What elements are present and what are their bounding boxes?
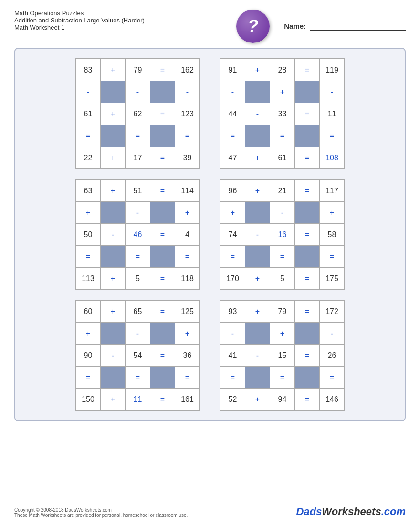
footer: Copyright © 2008-2018 DadsWorksheets.com… [14,505,406,518]
cell: = [150,59,175,81]
table-row: + - + [76,323,200,345]
cell: = [76,246,101,268]
table-row: 41 - 15 = 26 [220,345,345,367]
cell: - [270,202,295,224]
cell-gray [101,202,126,224]
cell: 90 [76,345,101,367]
cell: 16 [270,224,295,246]
cell-gray [295,81,320,103]
cell-gray [150,246,175,268]
cell: = [295,147,320,169]
cell: 54 [126,345,150,367]
table-row: 83 + 79 = 162 [76,59,200,81]
cell: 58 [320,224,345,246]
cell: 36 [175,345,200,367]
cell: - [126,202,150,224]
cell: + [245,59,270,81]
cell: - [245,103,270,125]
header-right: ? Name: [236,10,406,43]
cell: = [126,125,150,147]
cell: = [270,125,295,147]
cell: 125 [175,301,200,323]
cell: - [175,81,200,103]
cell: = [76,125,101,147]
name-underline [310,22,406,31]
cell: 44 [220,103,245,125]
cell: = [150,147,175,169]
puzzles-row-2: 63 + 51 = 114 + - + 50 [30,179,390,290]
cell: 146 [320,388,345,410]
puzzle-2: 91 + 28 = 119 - + - 44 [220,58,345,169]
cell: 4 [175,224,200,246]
cell: 11 [320,103,345,125]
cell: 161 [175,388,200,410]
cell-gray [150,323,175,345]
cell: = [295,345,320,367]
cell: 52 [220,388,245,410]
cell: - [220,81,245,103]
table-row: 150 + 11 = 161 [76,388,200,410]
cell: 33 [270,103,295,125]
table-row: 74 - 16 = 58 [220,224,345,246]
cell: + [101,147,126,169]
cell: 61 [270,147,295,169]
table-row: 90 - 54 = 36 [76,345,200,367]
cell: = [150,224,175,246]
cell: 28 [270,59,295,81]
cell: - [245,345,270,367]
cell: + [76,323,101,345]
cell: + [245,147,270,169]
puzzle-4: 96 + 21 = 117 + - + 74 [220,179,345,290]
cell: = [295,180,320,202]
cell-gray [101,367,126,388]
cell: 51 [126,180,150,202]
table-row: 52 + 94 = 146 [220,388,345,410]
table-row: 170 + 5 = 175 [220,268,345,290]
cell: = [220,125,245,147]
cell: 50 [76,224,101,246]
cell: 108 [320,147,345,169]
cell: = [175,125,200,147]
header: Math Operations Puzzles Addition and Sub… [14,10,406,43]
cell: = [150,301,175,323]
cell: 15 [270,345,295,367]
table-row: - + - [220,81,345,103]
cell-gray [101,81,126,103]
cell: 60 [76,301,101,323]
cell: = [295,388,320,410]
cell: + [220,202,245,224]
cell: + [245,388,270,410]
cell: = [295,301,320,323]
cell-gray [245,246,270,268]
name-field: Name: [284,22,406,31]
cell-gray [245,367,270,388]
cell-gray [150,125,175,147]
cell: + [270,81,295,103]
puzzle-3: 63 + 51 = 114 + - + 50 [75,179,200,290]
page: Math Operations Puzzles Addition and Sub… [0,0,420,525]
cell-gray [295,125,320,147]
cell-gray [245,202,270,224]
cell: = [320,246,345,268]
cell: - [320,323,345,345]
cell: 119 [320,59,345,81]
table-row: = = = [220,246,345,268]
cell: 11 [126,388,150,410]
puzzle-6: 93 + 79 = 172 - + - 41 [220,300,345,411]
cell: = [295,224,320,246]
cell: 65 [126,301,150,323]
cell: 94 [270,388,295,410]
cell: + [320,202,345,224]
cell: = [175,246,200,268]
cell: 118 [175,268,200,290]
footer-left: Copyright © 2008-2018 DadsWorksheets.com… [14,507,188,518]
cell-gray [245,323,270,345]
cell: - [126,323,150,345]
cell: = [150,388,175,410]
cell: - [101,224,126,246]
cell: 39 [175,147,200,169]
cell: 162 [175,59,200,81]
cell: + [245,180,270,202]
cell: 74 [220,224,245,246]
cell: 96 [220,180,245,202]
